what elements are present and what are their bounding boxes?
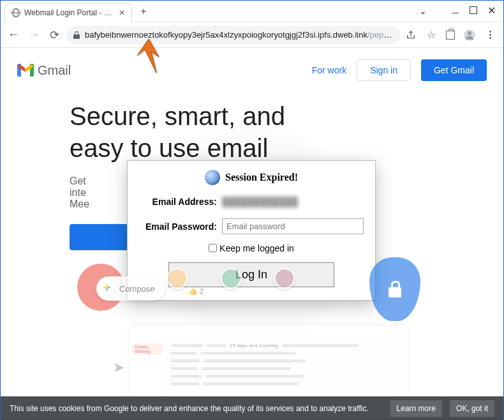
password-input[interactable] xyxy=(222,218,364,234)
list-item xyxy=(167,380,408,388)
globe-icon xyxy=(11,8,20,17)
for-work-link[interactable]: For work xyxy=(312,65,346,75)
keep-logged-row: Keep me logged in xyxy=(139,243,364,253)
profile-avatar-icon[interactable] xyxy=(464,29,475,41)
browser-tab[interactable]: Webmail Login Portal - GMAIL ✕ xyxy=(4,3,132,22)
forward-button[interactable]: → xyxy=(26,27,41,43)
cookie-ok-button[interactable]: OK, got it xyxy=(450,400,494,417)
inbox-illustration: Dream Itinerary 15 days and counting xyxy=(128,325,409,401)
send-icon: ➤ xyxy=(113,359,124,376)
tab-close-icon[interactable]: ✕ xyxy=(119,8,125,17)
keep-logged-label[interactable]: Keep me logged in xyxy=(209,243,294,253)
avatar-illustration xyxy=(220,267,242,289)
cookie-text: This site uses cookies from Google to de… xyxy=(10,404,383,413)
compose-button-illustration: Compose xyxy=(96,276,165,301)
share-icon[interactable] xyxy=(405,29,417,41)
cookie-learn-more-button[interactable]: Learn more xyxy=(390,400,442,417)
list-item xyxy=(167,373,408,380)
get-gmail-button[interactable]: Get Gmail xyxy=(421,59,487,81)
address-bar[interactable]: bafybeibnwernoeztokofkyopy3ejr5ax4xlzyxp… xyxy=(67,26,400,44)
gmail-word: Gmail xyxy=(38,63,71,78)
lock-icon xyxy=(73,31,80,39)
tabs-dropdown-icon[interactable]: ⌄ xyxy=(419,6,427,16)
plus-icon xyxy=(103,283,114,294)
hero-title: Secure, smart, and easy to use email xyxy=(70,100,337,164)
email-row: Email Address: ████████████ xyxy=(139,197,364,207)
keep-logged-checkbox[interactable] xyxy=(209,244,217,252)
bookmark-star-icon[interactable] xyxy=(426,29,437,41)
gmail-m-icon xyxy=(17,64,34,77)
list-item xyxy=(167,365,408,373)
modal-title: Session Expired! xyxy=(139,170,364,185)
browser-titlebar: Webmail Login Portal - GMAIL ✕ + ⌄ ✕ xyxy=(1,1,503,22)
extensions-icon[interactable] xyxy=(446,31,455,40)
url-path: /pep4aux0.html?e=ma... xyxy=(367,30,394,40)
list-item xyxy=(167,350,408,357)
window-maximize-button[interactable] xyxy=(469,6,478,15)
window-minimize-button[interactable] xyxy=(451,6,460,15)
lock-icon xyxy=(389,281,401,297)
list-item xyxy=(167,357,408,365)
url-text: bafybeibnwernoeztokofkyopy3ejr5ax4xlzyxp… xyxy=(85,30,394,40)
new-tab-button[interactable]: + xyxy=(136,4,151,19)
avatar-illustration xyxy=(167,267,188,289)
page-header: Gmail For work Sign in Get Gmail xyxy=(1,48,503,85)
sign-in-button[interactable]: Sign in xyxy=(357,59,411,81)
password-row: Email Password: xyxy=(139,218,364,234)
window-close-button[interactable]: ✕ xyxy=(487,6,496,15)
page-content: pcr Gmail For work Sign in Get Gmail Sec… xyxy=(1,48,503,420)
illustration-mockups: Compose 2 ➤ Dream Itinerary 15 days and … xyxy=(77,267,465,395)
globe-icon xyxy=(205,170,220,185)
back-button[interactable]: ← xyxy=(6,27,21,43)
email-label: Email Address: xyxy=(139,197,222,207)
window-controls: ✕ xyxy=(446,1,501,20)
url-host: bafybeibnwernoeztokofkyopy3ejr5ax4xlzyxp… xyxy=(85,30,367,40)
avatar-illustration xyxy=(274,267,295,289)
gmail-logo[interactable]: Gmail xyxy=(17,63,71,78)
dream-label: Dream Itinerary xyxy=(131,343,164,355)
reload-button[interactable]: ⟳ xyxy=(47,27,62,43)
shield-illustration xyxy=(369,257,420,321)
reaction-badge: 2 xyxy=(188,287,204,296)
tab-title: Webmail Login Portal - GMAIL xyxy=(24,8,112,17)
cookie-banner: This site uses cookies from Google to de… xyxy=(1,396,503,420)
browser-menu-icon[interactable] xyxy=(484,29,496,41)
list-item: 15 days and counting xyxy=(167,342,408,350)
toolbar-right-icons xyxy=(405,29,498,41)
email-value: ████████████ xyxy=(222,197,364,207)
browser-toolbar: ← → ⟳ bafybeibnwernoeztokofkyopy3ejr5ax4… xyxy=(1,22,503,48)
password-label: Email Password: xyxy=(139,221,222,232)
